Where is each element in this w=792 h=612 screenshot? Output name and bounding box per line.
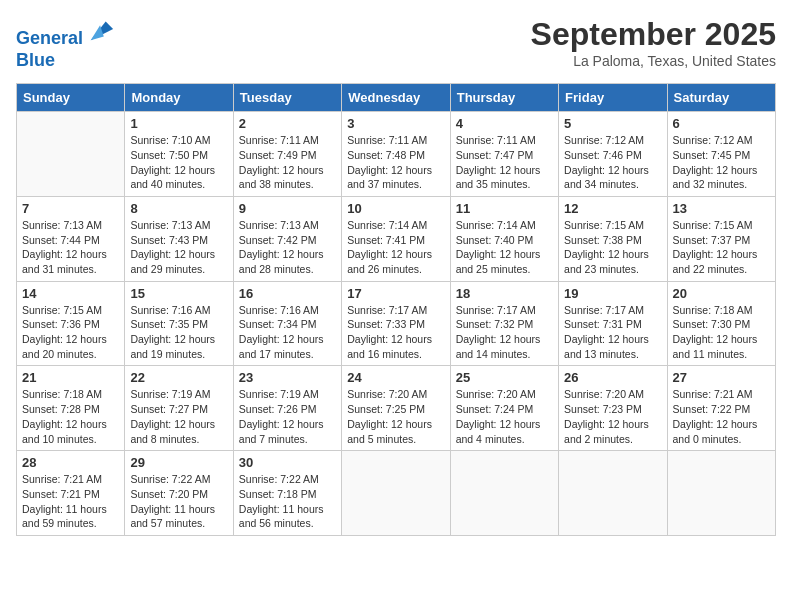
day-number: 4 [456,116,553,131]
calendar-cell: 1Sunrise: 7:10 AM Sunset: 7:50 PM Daylig… [125,112,233,197]
day-number: 6 [673,116,770,131]
day-number: 5 [564,116,661,131]
calendar-cell: 16Sunrise: 7:16 AM Sunset: 7:34 PM Dayli… [233,281,341,366]
day-number: 15 [130,286,227,301]
calendar-cell [342,451,450,536]
calendar-cell: 30Sunrise: 7:22 AM Sunset: 7:18 PM Dayli… [233,451,341,536]
logo-blue: Blue [16,50,115,72]
page-header: General Blue September 2025 La Paloma, T… [16,16,776,71]
calendar-cell: 12Sunrise: 7:15 AM Sunset: 7:38 PM Dayli… [559,196,667,281]
weekday-header-sunday: Sunday [17,84,125,112]
calendar-cell [450,451,558,536]
day-info: Sunrise: 7:19 AM Sunset: 7:26 PM Dayligh… [239,387,336,446]
day-info: Sunrise: 7:11 AM Sunset: 7:47 PM Dayligh… [456,133,553,192]
calendar-cell: 4Sunrise: 7:11 AM Sunset: 7:47 PM Daylig… [450,112,558,197]
calendar-cell: 14Sunrise: 7:15 AM Sunset: 7:36 PM Dayli… [17,281,125,366]
day-info: Sunrise: 7:20 AM Sunset: 7:25 PM Dayligh… [347,387,444,446]
day-info: Sunrise: 7:13 AM Sunset: 7:43 PM Dayligh… [130,218,227,277]
day-info: Sunrise: 7:18 AM Sunset: 7:30 PM Dayligh… [673,303,770,362]
calendar-cell: 9Sunrise: 7:13 AM Sunset: 7:42 PM Daylig… [233,196,341,281]
weekday-header-thursday: Thursday [450,84,558,112]
logo-text: General [16,16,115,50]
calendar-cell: 7Sunrise: 7:13 AM Sunset: 7:44 PM Daylig… [17,196,125,281]
day-info: Sunrise: 7:16 AM Sunset: 7:34 PM Dayligh… [239,303,336,362]
calendar-cell: 26Sunrise: 7:20 AM Sunset: 7:23 PM Dayli… [559,366,667,451]
day-number: 21 [22,370,119,385]
calendar-cell: 18Sunrise: 7:17 AM Sunset: 7:32 PM Dayli… [450,281,558,366]
logo: General Blue [16,16,115,71]
weekday-header-friday: Friday [559,84,667,112]
calendar-cell: 29Sunrise: 7:22 AM Sunset: 7:20 PM Dayli… [125,451,233,536]
week-row-1: 1Sunrise: 7:10 AM Sunset: 7:50 PM Daylig… [17,112,776,197]
weekday-header-row: SundayMondayTuesdayWednesdayThursdayFrid… [17,84,776,112]
calendar-cell: 5Sunrise: 7:12 AM Sunset: 7:46 PM Daylig… [559,112,667,197]
day-info: Sunrise: 7:17 AM Sunset: 7:32 PM Dayligh… [456,303,553,362]
day-info: Sunrise: 7:11 AM Sunset: 7:49 PM Dayligh… [239,133,336,192]
day-number: 14 [22,286,119,301]
day-number: 27 [673,370,770,385]
calendar-cell: 6Sunrise: 7:12 AM Sunset: 7:45 PM Daylig… [667,112,775,197]
calendar-cell: 28Sunrise: 7:21 AM Sunset: 7:21 PM Dayli… [17,451,125,536]
day-number: 13 [673,201,770,216]
day-info: Sunrise: 7:20 AM Sunset: 7:24 PM Dayligh… [456,387,553,446]
logo-general: General [16,28,83,48]
day-number: 2 [239,116,336,131]
logo-icon [87,16,115,44]
day-info: Sunrise: 7:15 AM Sunset: 7:38 PM Dayligh… [564,218,661,277]
day-info: Sunrise: 7:21 AM Sunset: 7:21 PM Dayligh… [22,472,119,531]
day-number: 12 [564,201,661,216]
day-number: 28 [22,455,119,470]
day-number: 29 [130,455,227,470]
calendar-cell: 22Sunrise: 7:19 AM Sunset: 7:27 PM Dayli… [125,366,233,451]
day-number: 3 [347,116,444,131]
day-number: 9 [239,201,336,216]
day-info: Sunrise: 7:12 AM Sunset: 7:46 PM Dayligh… [564,133,661,192]
calendar-cell: 10Sunrise: 7:14 AM Sunset: 7:41 PM Dayli… [342,196,450,281]
day-number: 22 [130,370,227,385]
day-number: 23 [239,370,336,385]
calendar-cell [559,451,667,536]
calendar-cell [667,451,775,536]
day-info: Sunrise: 7:17 AM Sunset: 7:31 PM Dayligh… [564,303,661,362]
week-row-5: 28Sunrise: 7:21 AM Sunset: 7:21 PM Dayli… [17,451,776,536]
day-number: 7 [22,201,119,216]
day-number: 19 [564,286,661,301]
day-info: Sunrise: 7:11 AM Sunset: 7:48 PM Dayligh… [347,133,444,192]
day-info: Sunrise: 7:22 AM Sunset: 7:20 PM Dayligh… [130,472,227,531]
calendar-cell: 15Sunrise: 7:16 AM Sunset: 7:35 PM Dayli… [125,281,233,366]
day-number: 25 [456,370,553,385]
day-number: 17 [347,286,444,301]
calendar-cell: 24Sunrise: 7:20 AM Sunset: 7:25 PM Dayli… [342,366,450,451]
location: La Paloma, Texas, United States [531,53,776,69]
day-info: Sunrise: 7:16 AM Sunset: 7:35 PM Dayligh… [130,303,227,362]
day-info: Sunrise: 7:15 AM Sunset: 7:37 PM Dayligh… [673,218,770,277]
day-info: Sunrise: 7:19 AM Sunset: 7:27 PM Dayligh… [130,387,227,446]
calendar-cell: 11Sunrise: 7:14 AM Sunset: 7:40 PM Dayli… [450,196,558,281]
calendar-table: SundayMondayTuesdayWednesdayThursdayFrid… [16,83,776,536]
day-info: Sunrise: 7:14 AM Sunset: 7:41 PM Dayligh… [347,218,444,277]
day-info: Sunrise: 7:12 AM Sunset: 7:45 PM Dayligh… [673,133,770,192]
day-number: 11 [456,201,553,216]
week-row-2: 7Sunrise: 7:13 AM Sunset: 7:44 PM Daylig… [17,196,776,281]
day-number: 10 [347,201,444,216]
week-row-4: 21Sunrise: 7:18 AM Sunset: 7:28 PM Dayli… [17,366,776,451]
calendar-cell: 2Sunrise: 7:11 AM Sunset: 7:49 PM Daylig… [233,112,341,197]
calendar-cell: 8Sunrise: 7:13 AM Sunset: 7:43 PM Daylig… [125,196,233,281]
day-info: Sunrise: 7:10 AM Sunset: 7:50 PM Dayligh… [130,133,227,192]
week-row-3: 14Sunrise: 7:15 AM Sunset: 7:36 PM Dayli… [17,281,776,366]
day-info: Sunrise: 7:21 AM Sunset: 7:22 PM Dayligh… [673,387,770,446]
day-info: Sunrise: 7:14 AM Sunset: 7:40 PM Dayligh… [456,218,553,277]
day-info: Sunrise: 7:20 AM Sunset: 7:23 PM Dayligh… [564,387,661,446]
weekday-header-wednesday: Wednesday [342,84,450,112]
calendar-cell: 27Sunrise: 7:21 AM Sunset: 7:22 PM Dayli… [667,366,775,451]
day-info: Sunrise: 7:17 AM Sunset: 7:33 PM Dayligh… [347,303,444,362]
weekday-header-tuesday: Tuesday [233,84,341,112]
calendar-cell [17,112,125,197]
day-number: 24 [347,370,444,385]
month-title: September 2025 [531,16,776,53]
day-number: 18 [456,286,553,301]
day-number: 8 [130,201,227,216]
day-info: Sunrise: 7:22 AM Sunset: 7:18 PM Dayligh… [239,472,336,531]
day-info: Sunrise: 7:18 AM Sunset: 7:28 PM Dayligh… [22,387,119,446]
calendar-cell: 21Sunrise: 7:18 AM Sunset: 7:28 PM Dayli… [17,366,125,451]
